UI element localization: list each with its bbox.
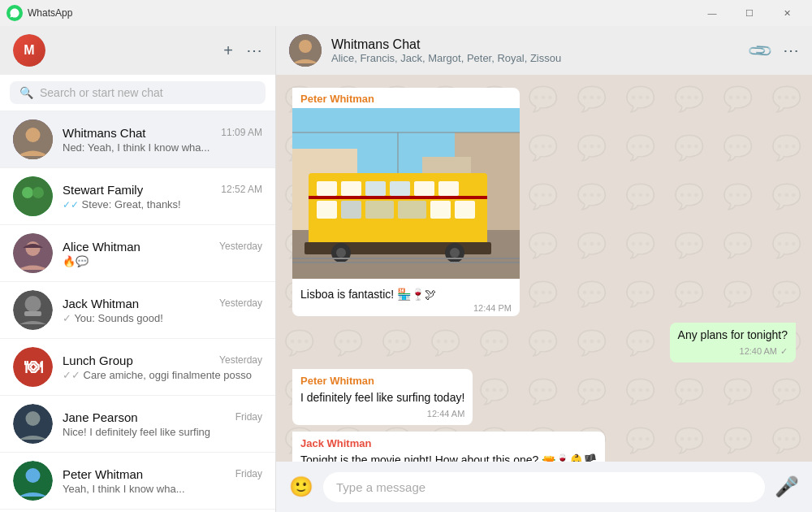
chat-preview-whitmans: Ned: Yeah, I think I know wha... xyxy=(63,141,262,154)
maximize-button[interactable]: ☐ xyxy=(731,0,768,26)
message-peter-image: Peter Whitman xyxy=(292,88,796,316)
chat-info-stewart: Stewart Family 12:52 AM ✓✓ Steve: Great,… xyxy=(63,183,262,210)
chat-name-jack: Jack Whitman xyxy=(63,297,139,310)
chat-info-whitmans: Whitmans Chat 11:09 AM Ned: Yeah, I thin… xyxy=(63,126,262,154)
chat-preview-alice: 🔥💬 xyxy=(63,255,262,267)
svg-point-2 xyxy=(13,176,53,216)
svg-point-8 xyxy=(25,296,41,312)
chat-time-peter: Friday xyxy=(235,468,262,479)
chat-name-alice: Alice Whitman xyxy=(63,240,140,254)
chat-header-info[interactable]: Whitmans Chat Alice, Francis, Jack, Marg… xyxy=(331,37,740,64)
app-icon xyxy=(6,5,23,21)
chat-item-jane[interactable]: Jane Pearson Friday Nice! I definitely f… xyxy=(0,396,275,453)
svg-point-3 xyxy=(22,187,33,198)
svg-rect-32 xyxy=(341,201,361,219)
msg-text-4: Tonight is the movie night! How about th… xyxy=(300,453,597,462)
tram-image xyxy=(292,108,520,279)
microphone-button[interactable]: 🎤 xyxy=(775,475,799,498)
message-bubble-image: Peter Whitman xyxy=(292,88,520,316)
svg-point-4 xyxy=(32,187,44,198)
left-header: M + ⋯ xyxy=(0,26,275,75)
messages-area: Peter Whitman xyxy=(276,75,812,462)
chat-name-jane: Jane Pearson xyxy=(63,410,138,424)
msg-text-3: I definitely feel like surfing today! xyxy=(300,391,464,404)
image-caption-wrap: Lisboa is fantastic! 🏪🍷🕊 12:44 PM xyxy=(292,282,520,316)
message-bubble-outgoing: Any plans for tonight? 12:40 AM ✓ xyxy=(670,323,796,362)
chat-time-alice: Yesterday xyxy=(219,241,262,252)
msg-time-1: 12:44 PM xyxy=(473,303,512,313)
svg-rect-25 xyxy=(317,181,337,196)
chat-item-whitmans[interactable]: Whitmans Chat 11:09 AM Ned: Yeah, I thin… xyxy=(0,111,275,168)
menu-icon[interactable]: ⋯ xyxy=(246,41,262,60)
emoji-button[interactable]: 🙂 xyxy=(289,475,313,498)
right-panel: Whitmans Chat Alice, Francis, Jack, Marg… xyxy=(276,26,812,512)
search-input[interactable] xyxy=(40,86,256,99)
msg-meta-3: 12:44 AM xyxy=(300,408,464,420)
minimize-button[interactable]: — xyxy=(693,0,731,26)
msg-time-3: 12:44 AM xyxy=(427,408,464,420)
svg-point-11 xyxy=(26,411,41,426)
chat-time-whitmans: 11:09 AM xyxy=(221,127,262,138)
chat-avatar-alice xyxy=(13,233,53,273)
chat-avatar-jane xyxy=(13,404,53,444)
left-panel: M + ⋯ 🔍 xyxy=(0,26,276,512)
chat-preview-stewart: ✓✓ Steve: Great, thanks! xyxy=(63,198,262,210)
chat-item-stewart[interactable]: Stewart Family 12:52 AM ✓✓ Steve: Great,… xyxy=(0,168,275,225)
svg-rect-9 xyxy=(24,311,41,316)
header-actions: + ⋯ xyxy=(223,41,262,60)
message-jack-movie: Jack Whitman Tonight is the movie night!… xyxy=(292,432,796,462)
chat-time-lunch: Yesterday xyxy=(219,354,262,366)
app-title: WhatsApp xyxy=(28,7,693,19)
chat-avatar-lunch: 🍽 xyxy=(13,347,53,387)
message-bubble-peter-surfing: Peter Whitman I definitely feel like sur… xyxy=(292,369,473,425)
msg-meta-1: 12:44 PM xyxy=(300,303,512,313)
chat-avatar-jack xyxy=(13,290,53,330)
chat-name-lunch: Lunch Group xyxy=(63,354,133,367)
chat-info-alice: Alice Whitman Yesterday 🔥💬 xyxy=(63,240,262,267)
chat-time-jane: Friday xyxy=(235,411,262,423)
msg-ticks-2: ✓ xyxy=(780,345,788,358)
msg-sender-peter: Peter Whitman xyxy=(292,88,520,106)
new-chat-icon[interactable]: + xyxy=(223,41,233,60)
window-controls: — ☐ ✕ xyxy=(693,0,806,26)
svg-rect-28 xyxy=(390,181,410,196)
chat-preview-jack: ✓ You: Sounds good! xyxy=(63,312,262,324)
chat-header-avatar[interactable] xyxy=(289,34,322,67)
chat-name-stewart: Stewart Family xyxy=(63,183,143,197)
svg-rect-36 xyxy=(455,201,475,219)
message-input[interactable] xyxy=(323,472,765,502)
search-bar: 🔍 xyxy=(0,75,275,111)
my-avatar[interactable]: M xyxy=(13,34,45,67)
chat-name-whitmans: Whitmans Chat xyxy=(63,126,146,140)
svg-point-40 xyxy=(336,248,346,258)
svg-rect-35 xyxy=(430,201,451,219)
chat-menu-icon[interactable]: ⋯ xyxy=(783,41,799,60)
svg-point-42 xyxy=(450,248,460,258)
chat-header-actions: 📎 ⋯ xyxy=(749,41,799,60)
svg-rect-27 xyxy=(365,181,386,196)
chat-info-peter: Peter Whitman Friday Yeah, I think I kno… xyxy=(63,467,262,495)
chat-item-peter[interactable]: Peter Whitman Friday Yeah, I think I kno… xyxy=(0,453,275,510)
svg-point-18 xyxy=(299,40,312,53)
close-button[interactable]: ✕ xyxy=(768,0,806,26)
svg-rect-26 xyxy=(341,181,361,196)
chat-avatar-peter xyxy=(13,461,53,501)
chat-preview-peter: Yeah, I think I know wha... xyxy=(63,483,262,495)
svg-point-6 xyxy=(26,241,41,256)
app-container: M + ⋯ 🔍 xyxy=(0,26,812,512)
chat-item-lunch[interactable]: 🍽 Lunch Group Yesterday ✓✓ Care amiche, … xyxy=(0,339,275,396)
chat-avatar-stewart xyxy=(13,176,53,216)
attach-icon[interactable]: 📎 xyxy=(745,37,774,65)
msg-text-2: Any plans for tonight? xyxy=(678,328,788,341)
chat-time-jack: Yesterday xyxy=(219,297,262,309)
message-outgoing-plans: Any plans for tonight? 12:40 AM ✓ xyxy=(292,323,796,362)
chat-avatar-whitmans xyxy=(13,119,53,159)
chat-header-name: Whitmans Chat xyxy=(331,37,740,52)
chat-header-members: Alice, Francis, Jack, Margot, Peter, Roy… xyxy=(331,52,740,64)
chat-item-jack[interactable]: Jack Whitman Yesterday ✓ You: Sounds goo… xyxy=(0,282,275,339)
msg-time-2: 12:40 AM xyxy=(740,345,777,358)
chat-time-stewart: 12:52 AM xyxy=(221,184,262,195)
chat-item-alice[interactable]: Alice Whitman Yesterday 🔥💬 xyxy=(0,225,275,282)
svg-rect-33 xyxy=(365,201,394,219)
search-icon: 🔍 xyxy=(19,86,33,99)
